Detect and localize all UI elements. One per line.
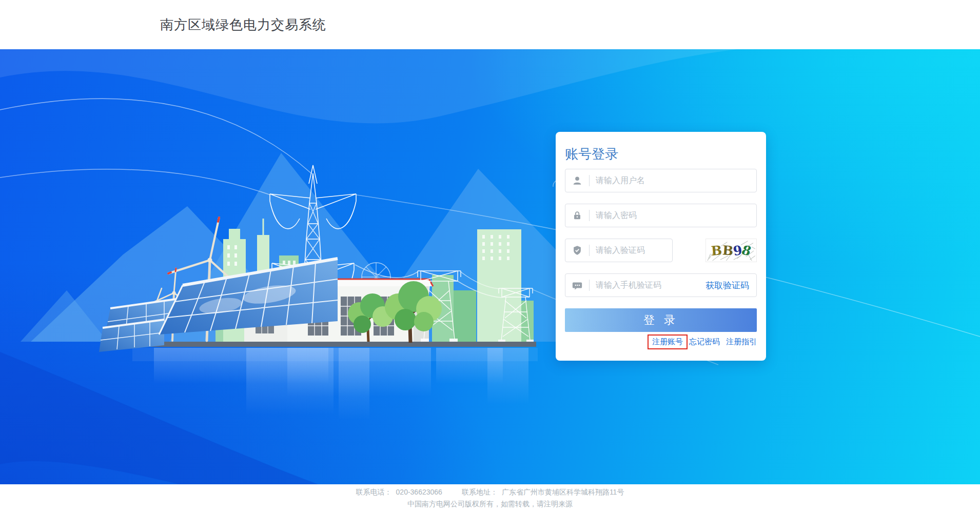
address-label: 联系地址： — [462, 488, 498, 496]
captcha-input[interactable] — [590, 246, 672, 255]
water-reflection — [132, 348, 538, 420]
password-input[interactable] — [590, 211, 756, 220]
login-title: 账号登录 — [565, 145, 757, 163]
login-button[interactable]: 登 录 — [565, 308, 757, 332]
captcha-row: B B 9 8 — [565, 239, 757, 262]
phone-label: 联系电话： — [356, 488, 392, 496]
ground-bar — [132, 342, 536, 347]
get-sms-code-button[interactable]: 获取验证码 — [705, 280, 756, 291]
page-footer: 联系电话：020-36623066联系地址：广东省广州市黄埔区科学城科翔路11号… — [0, 484, 980, 512]
power-city-illustration — [0, 49, 980, 484]
contact-line: 联系电话：020-36623066联系地址：广东省广州市黄埔区科学城科翔路11号 — [356, 488, 624, 497]
username-input[interactable] — [590, 176, 756, 185]
phone-number: 020-36623066 — [396, 488, 442, 496]
register-link[interactable]: 注册账号 — [652, 337, 683, 346]
register-guide-link[interactable]: 注册指引 — [726, 337, 757, 347]
forgot-password-link[interactable]: 忘记密码 — [689, 337, 720, 347]
captcha-field — [565, 239, 673, 262]
shield-check-icon — [565, 245, 589, 256]
password-field — [565, 204, 757, 227]
auxiliary-links: 注册账号 忘记密码 注册指引 — [565, 334, 757, 349]
message-icon — [565, 280, 589, 291]
captcha-char: B — [711, 244, 722, 258]
user-icon — [565, 175, 589, 186]
address-text: 广东省广州市黄埔区科学城科翔路11号 — [502, 488, 624, 496]
page-title: 南方区域绿色电力交易系统 — [160, 16, 326, 34]
page-header: 南方区域绿色电力交易系统 — [0, 0, 980, 49]
login-card: 账号登录 — [556, 132, 766, 361]
copyright-line: 中国南方电网公司版权所有，如需转载，请注明来源 — [407, 500, 573, 509]
captcha-char: B — [722, 244, 734, 257]
lock-icon — [565, 210, 589, 221]
sms-code-input[interactable] — [590, 281, 705, 290]
register-highlight-box: 注册账号 — [648, 334, 688, 349]
hero-background: 账号登录 — [0, 49, 980, 484]
captcha-image[interactable]: B B 9 8 — [705, 239, 757, 262]
sms-code-field: 获取验证码 — [565, 273, 757, 297]
username-field — [565, 169, 757, 192]
